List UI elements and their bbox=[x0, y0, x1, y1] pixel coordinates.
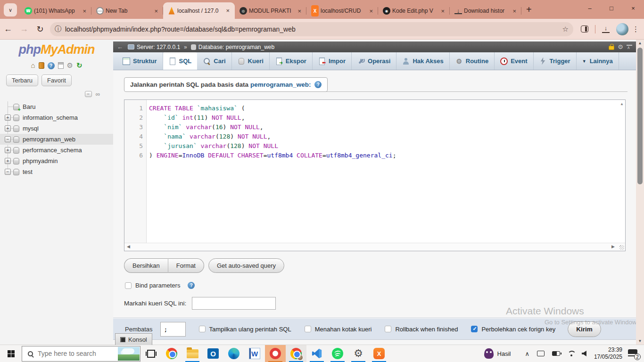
tab-struktur[interactable]: Struktur bbox=[117, 52, 163, 70]
taskbar-edge[interactable] bbox=[223, 345, 244, 362]
close-icon[interactable]: × bbox=[439, 8, 446, 15]
tab-routine[interactable]: ⚙Routine bbox=[450, 52, 495, 70]
autosave-query-button[interactable]: Get auto-saved query bbox=[208, 258, 284, 273]
foreign-key-checkbox-checked[interactable] bbox=[471, 326, 478, 332]
back-button[interactable]: ← bbox=[0, 24, 16, 34]
tab-lainnya[interactable]: ▼Lainnya bbox=[577, 52, 619, 70]
tree-item-performance-schema[interactable]: + performance_schema bbox=[0, 145, 113, 156]
browser-tab-newtab[interactable]: New Tab × bbox=[91, 3, 163, 19]
collapse-header-icon[interactable] bbox=[627, 45, 632, 49]
expand-icon[interactable]: + bbox=[5, 147, 11, 153]
browser-tab-kode-edit[interactable]: ◉ Kode Edit.php V × bbox=[378, 3, 450, 19]
bookmark-input[interactable] bbox=[192, 297, 276, 310]
url-text[interactable]: localhost/phpmyadmin/index.php?route=/da… bbox=[65, 25, 562, 33]
forward-button[interactable]: → bbox=[16, 24, 32, 34]
close-icon[interactable]: × bbox=[368, 8, 374, 15]
taskbar-search[interactable] bbox=[22, 346, 140, 362]
expand-icon[interactable]: + bbox=[5, 125, 11, 132]
taskbar-vscode[interactable] bbox=[306, 345, 327, 362]
collapse-icon[interactable]: − bbox=[5, 136, 11, 142]
scrollbar-up-icon[interactable]: ▲ bbox=[636, 40, 644, 47]
phpmyadmin-logo[interactable]: phpMyAdmin bbox=[0, 40, 113, 57]
side-panel-icon[interactable] bbox=[581, 25, 588, 33]
bind-parameters-checkbox[interactable] bbox=[125, 282, 132, 289]
tree-item-new-database[interactable]: Baru bbox=[0, 101, 113, 112]
taskbar-clock[interactable]: 23:39 17/05/2025 bbox=[594, 346, 622, 361]
volume-icon[interactable] bbox=[582, 351, 586, 356]
tree-item-information-schema[interactable]: + information_schema bbox=[0, 112, 113, 123]
reload-button[interactable]: ↻ bbox=[32, 24, 48, 34]
expand-icon[interactable]: + bbox=[5, 158, 11, 164]
mascot-icon[interactable] bbox=[484, 348, 494, 359]
retain-box-checkbox[interactable] bbox=[305, 326, 311, 332]
taskbar-spotify[interactable] bbox=[327, 345, 348, 362]
browser-tab-whatsapp[interactable]: ☎ (101) WhatsApp × bbox=[20, 3, 91, 19]
code-area[interactable]: CREATE TABLE `mahasiswa` ( `id` int(11) … bbox=[149, 100, 619, 243]
tree-item-phpmyadmin[interactable]: + phpmyadmin bbox=[0, 156, 113, 166]
tab-event[interactable]: Event bbox=[495, 52, 533, 70]
browser-menu-icon[interactable]: ⋮ bbox=[632, 25, 639, 33]
site-info-icon[interactable]: ⓘ bbox=[55, 25, 61, 33]
ssl-lock-icon[interactable] bbox=[609, 46, 614, 50]
legend-db-link[interactable]: pemrograman_web: bbox=[250, 81, 311, 88]
home-icon[interactable]: ⌂ bbox=[31, 62, 35, 69]
hidden-icons-chevron[interactable]: ∧ bbox=[525, 350, 529, 357]
tab-sql[interactable]: SQL bbox=[163, 52, 198, 70]
close-icon[interactable]: × bbox=[296, 8, 303, 15]
bookmark-star-icon[interactable]: ☆ bbox=[562, 25, 569, 33]
panel-collapse-icon[interactable]: ← bbox=[117, 43, 123, 50]
tab-kueri[interactable]: Kueri bbox=[232, 52, 270, 70]
scroll-left-icon[interactable]: ◀ bbox=[127, 244, 130, 249]
cast-icon[interactable] bbox=[537, 351, 545, 356]
help-icon[interactable]: ? bbox=[314, 81, 322, 88]
breadcrumb-server[interactable]: Server: 127.0.0.1 bbox=[137, 44, 180, 50]
recent-tab-button[interactable]: Terbaru bbox=[6, 74, 38, 86]
link-icon[interactable]: ∞ bbox=[96, 90, 100, 98]
console-toggle[interactable]: Konsol bbox=[115, 333, 152, 345]
new-tab-button[interactable]: + bbox=[526, 4, 532, 15]
page-settings-gear-icon[interactable]: ⚙ bbox=[618, 43, 623, 50]
browser-scrollbar[interactable]: ▲ ▼ bbox=[636, 40, 644, 345]
resize-grip[interactable] bbox=[619, 245, 624, 250]
notification-center-icon[interactable]: 2 bbox=[628, 349, 637, 358]
scroll-right-icon[interactable]: ▶ bbox=[611, 244, 615, 249]
close-icon[interactable]: × bbox=[153, 8, 159, 15]
wifi-icon[interactable] bbox=[568, 351, 575, 356]
docs-icon[interactable] bbox=[58, 62, 64, 69]
clear-button[interactable]: Bersihkan bbox=[124, 258, 168, 273]
tab-operasi[interactable]: Operasi bbox=[352, 52, 396, 70]
browser-tab-phpmyadmin-active[interactable]: localhost / 127.0 × bbox=[163, 2, 235, 19]
refresh-icon[interactable]: ↻ bbox=[76, 62, 83, 69]
help-icon[interactable]: ? bbox=[48, 62, 55, 69]
collapse-all-icon[interactable]: − bbox=[85, 91, 92, 97]
taskbar-file-explorer[interactable] bbox=[182, 345, 203, 362]
tree-item-pemrograman-web-selected[interactable]: − pemrograman_web bbox=[0, 134, 113, 145]
tab-ekspor[interactable]: Ekspor bbox=[270, 52, 313, 70]
maximize-button[interactable]: □ bbox=[601, 0, 622, 16]
scrollbar-thumb[interactable] bbox=[637, 48, 643, 184]
scrollbar-down-icon[interactable]: ▼ bbox=[636, 337, 644, 345]
task-view-button[interactable] bbox=[140, 345, 161, 362]
weather-widget-image[interactable] bbox=[118, 347, 140, 361]
tab-trigger[interactable]: Trigger bbox=[534, 52, 577, 70]
format-button[interactable]: Format bbox=[168, 258, 204, 273]
downloads-button[interactable]: ↓ bbox=[602, 25, 610, 33]
expand-icon[interactable]: + bbox=[5, 115, 11, 121]
close-window-button[interactable]: × bbox=[622, 0, 644, 16]
address-bar[interactable]: ⓘ localhost/phpmyadmin/index.php?route=/… bbox=[50, 22, 573, 36]
tree-item-test[interactable]: − test bbox=[0, 166, 113, 177]
taskbar-word[interactable]: W bbox=[244, 345, 265, 362]
start-button[interactable] bbox=[0, 345, 22, 362]
show-query-checkbox[interactable] bbox=[199, 326, 206, 332]
editor-horizontal-scrollbar[interactable]: ◀ ▶ bbox=[124, 243, 625, 251]
collapse-icon[interactable]: − bbox=[5, 169, 11, 175]
taskbar-outlook[interactable]: O bbox=[203, 345, 223, 362]
tab-search-button[interactable]: ∨ bbox=[4, 3, 17, 16]
help-icon[interactable]: ? bbox=[188, 282, 195, 289]
favorites-tab-button[interactable]: Favorit bbox=[41, 74, 72, 86]
taskbar-settings[interactable]: ⚙ bbox=[348, 345, 369, 362]
browser-tab-modul[interactable]: ◍ MODUL PRAKTI × bbox=[235, 3, 306, 19]
taskbar-opera-active[interactable] bbox=[265, 345, 286, 362]
tab-cari[interactable]: Cari bbox=[198, 52, 231, 70]
close-icon[interactable]: × bbox=[224, 7, 231, 14]
